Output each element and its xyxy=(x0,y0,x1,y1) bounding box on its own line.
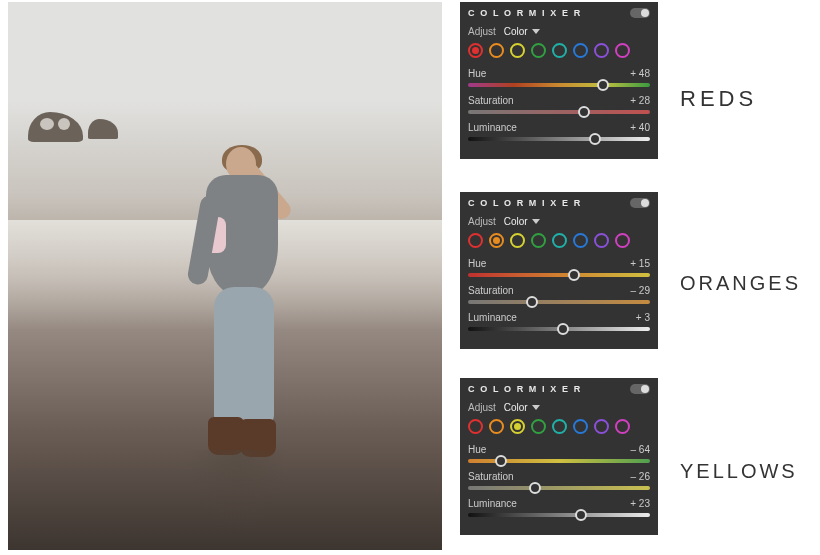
luminance-label: Luminance xyxy=(468,498,517,509)
hue-value: + 48 xyxy=(630,68,650,79)
saturation-label: Saturation xyxy=(468,285,514,296)
color-swatch[interactable] xyxy=(594,419,609,434)
adjust-select[interactable]: Color xyxy=(504,216,540,227)
color-swatch[interactable] xyxy=(615,43,630,58)
color-swatch[interactable] xyxy=(531,43,546,58)
luminance-value: + 40 xyxy=(630,122,650,133)
saturation-value: + 28 xyxy=(630,95,650,106)
color-mixer-panel: C O L O R M I X E R Adjust Color Hue + 1… xyxy=(460,192,658,349)
hue-thumb[interactable] xyxy=(597,79,609,91)
luminance-slider[interactable] xyxy=(468,327,650,331)
adjust-label: Adjust xyxy=(468,26,496,37)
color-swatch[interactable] xyxy=(594,233,609,248)
luminance-slider[interactable] xyxy=(468,513,650,517)
preview-photo xyxy=(8,2,442,550)
panel-toggle[interactable] xyxy=(630,8,650,18)
luminance-label: Luminance xyxy=(468,312,517,323)
panel-title: C O L O R M I X E R xyxy=(468,198,582,208)
color-swatch[interactable] xyxy=(510,43,525,58)
color-swatch[interactable] xyxy=(552,43,567,58)
hue-label: Hue xyxy=(468,444,486,455)
color-swatch[interactable] xyxy=(510,233,525,248)
panel-toggle[interactable] xyxy=(630,198,650,208)
color-swatch[interactable] xyxy=(489,43,504,58)
adjust-select[interactable]: Color xyxy=(504,402,540,413)
luminance-slider[interactable] xyxy=(468,137,650,141)
color-swatch[interactable] xyxy=(615,233,630,248)
photo-subject xyxy=(178,147,298,467)
color-swatch[interactable] xyxy=(552,233,567,248)
adjust-label: Adjust xyxy=(468,216,496,227)
photo-rocks xyxy=(28,104,123,144)
hue-slider[interactable] xyxy=(468,459,650,463)
color-swatch[interactable] xyxy=(510,419,525,434)
saturation-label: Saturation xyxy=(468,471,514,482)
saturation-slider[interactable] xyxy=(468,486,650,490)
saturation-value: – 26 xyxy=(631,471,650,482)
luminance-label: Luminance xyxy=(468,122,517,133)
color-swatch[interactable] xyxy=(489,419,504,434)
color-swatch[interactable] xyxy=(594,43,609,58)
color-swatch-row xyxy=(468,43,650,58)
color-mixer-panel: C O L O R M I X E R Adjust Color Hue – 6… xyxy=(460,378,658,535)
color-swatch[interactable] xyxy=(489,233,504,248)
luminance-thumb[interactable] xyxy=(589,133,601,145)
color-mixer-panel: C O L O R M I X E R Adjust Color Hue + 4… xyxy=(460,2,658,159)
saturation-value: – 29 xyxy=(631,285,650,296)
color-swatch[interactable] xyxy=(531,419,546,434)
saturation-slider[interactable] xyxy=(468,300,650,304)
hue-thumb[interactable] xyxy=(568,269,580,281)
panel-toggle[interactable] xyxy=(630,384,650,394)
luminance-value: + 23 xyxy=(630,498,650,509)
color-swatch[interactable] xyxy=(573,233,588,248)
color-swatch[interactable] xyxy=(468,419,483,434)
color-swatch[interactable] xyxy=(573,419,588,434)
panel-title: C O L O R M I X E R xyxy=(468,384,582,394)
chevron-down-icon xyxy=(532,405,540,410)
saturation-slider[interactable] xyxy=(468,110,650,114)
color-swatch[interactable] xyxy=(531,233,546,248)
hue-value: – 64 xyxy=(631,444,650,455)
hue-thumb[interactable] xyxy=(495,455,507,467)
section-label-oranges: ORANGES xyxy=(680,272,801,295)
color-swatch[interactable] xyxy=(552,419,567,434)
luminance-thumb[interactable] xyxy=(557,323,569,335)
chevron-down-icon xyxy=(532,29,540,34)
saturation-thumb[interactable] xyxy=(529,482,541,494)
color-swatch[interactable] xyxy=(573,43,588,58)
adjust-label: Adjust xyxy=(468,402,496,413)
saturation-label: Saturation xyxy=(468,95,514,106)
chevron-down-icon xyxy=(532,219,540,224)
hue-label: Hue xyxy=(468,68,486,79)
color-swatch-row xyxy=(468,419,650,434)
saturation-thumb[interactable] xyxy=(578,106,590,118)
color-swatch-row xyxy=(468,233,650,248)
panel-title: C O L O R M I X E R xyxy=(468,8,582,18)
hue-slider[interactable] xyxy=(468,83,650,87)
hue-label: Hue xyxy=(468,258,486,269)
adjust-select[interactable]: Color xyxy=(504,26,540,37)
color-swatch[interactable] xyxy=(468,233,483,248)
hue-value: + 15 xyxy=(630,258,650,269)
section-label-yellows: YELLOWS xyxy=(680,460,798,483)
section-label-reds: REDS xyxy=(680,86,757,112)
color-swatch[interactable] xyxy=(468,43,483,58)
luminance-thumb[interactable] xyxy=(575,509,587,521)
hue-slider[interactable] xyxy=(468,273,650,277)
saturation-thumb[interactable] xyxy=(526,296,538,308)
luminance-value: + 3 xyxy=(636,312,650,323)
color-swatch[interactable] xyxy=(615,419,630,434)
